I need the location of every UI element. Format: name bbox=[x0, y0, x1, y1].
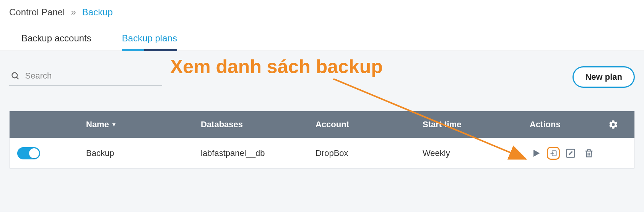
edit-icon bbox=[565, 148, 576, 159]
col-name-label: Name bbox=[86, 120, 109, 130]
toggle-knob bbox=[29, 148, 39, 158]
delete-button[interactable] bbox=[582, 147, 595, 160]
svg-line-3 bbox=[17, 77, 19, 79]
run-button[interactable] bbox=[530, 147, 543, 160]
toolbar: New plan bbox=[9, 66, 635, 88]
svg-point-2 bbox=[12, 72, 17, 78]
search-input[interactable] bbox=[25, 71, 161, 81]
new-plan-button[interactable]: New plan bbox=[572, 66, 635, 88]
enable-toggle[interactable] bbox=[17, 147, 40, 159]
cell-actions bbox=[530, 147, 600, 160]
col-databases[interactable]: Databases bbox=[201, 120, 315, 130]
col-start-time[interactable]: Start time bbox=[423, 120, 530, 130]
breadcrumb: Control Panel » Backup bbox=[0, 0, 644, 18]
cell-databases: labfastpanel__db bbox=[201, 148, 315, 158]
view-backups-button[interactable] bbox=[547, 147, 560, 160]
gear-icon bbox=[608, 120, 618, 130]
breadcrumb-current[interactable]: Backup bbox=[82, 7, 113, 18]
tabs: Backup accounts Backup plans bbox=[0, 18, 644, 51]
breadcrumb-separator: » bbox=[71, 7, 76, 18]
table-row: Backup labfastpanel__db DropBox Weekly bbox=[10, 138, 634, 168]
cell-toggle bbox=[17, 147, 86, 159]
trash-icon bbox=[584, 148, 594, 159]
tab-backup-plans[interactable]: Backup plans bbox=[122, 33, 177, 51]
cell-account: DropBox bbox=[315, 148, 423, 158]
edit-button[interactable] bbox=[564, 147, 577, 160]
search-field[interactable] bbox=[9, 69, 162, 86]
cell-start-time: Weekly bbox=[423, 148, 530, 158]
col-account[interactable]: Account bbox=[315, 120, 423, 130]
play-icon bbox=[531, 148, 542, 159]
backup-plans-table: Name ▼ Databases Account Start time Acti… bbox=[9, 111, 635, 169]
cell-name: Backup bbox=[86, 148, 201, 158]
col-actions: Actions bbox=[530, 120, 600, 130]
col-name[interactable]: Name ▼ bbox=[86, 120, 201, 130]
col-settings[interactable] bbox=[600, 120, 627, 130]
table-body: Backup labfastpanel__db DropBox Weekly bbox=[10, 138, 634, 168]
breadcrumb-root[interactable]: Control Panel bbox=[9, 7, 65, 18]
search-icon bbox=[11, 71, 20, 81]
content-area: Xem danh sách backup New plan Name ▼ Dat… bbox=[0, 51, 644, 212]
tab-backup-accounts[interactable]: Backup accounts bbox=[21, 33, 91, 51]
table-header: Name ▼ Databases Account Start time Acti… bbox=[10, 111, 634, 138]
enter-icon bbox=[550, 148, 557, 159]
sort-caret-icon: ▼ bbox=[111, 121, 117, 128]
